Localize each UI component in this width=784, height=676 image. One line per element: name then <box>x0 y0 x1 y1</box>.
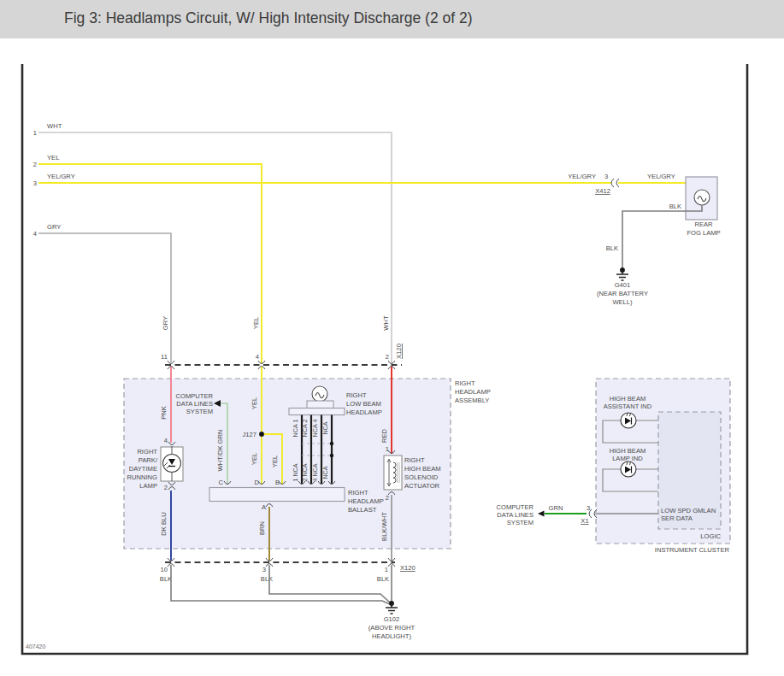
running-lamp-name-1: RIGHT <box>137 448 157 456</box>
wht-wire-label: WHT <box>47 122 62 130</box>
yelgry-wire-num: 3 <box>33 179 37 187</box>
pin-10: 10 <box>161 566 168 573</box>
actuator-pin-2: 2 <box>386 494 389 502</box>
splice-dot-icon <box>330 442 333 445</box>
wiring-diagram-page: Fig 3: Headlamps Circuit, W/ High Intens… <box>0 0 784 676</box>
fog-lamp-ground-wire <box>622 211 686 267</box>
ind2-name-1: HIGH BEAM <box>610 447 646 455</box>
x412-connector-icon <box>611 179 619 187</box>
x120-top-name: X120 <box>395 344 403 359</box>
instrument-cluster: INSTRUMENT CLUSTER LOGIC HIGH BEAM ASSIS… <box>497 379 730 554</box>
yel-wire-num: 2 <box>33 161 37 168</box>
ballast-box <box>209 488 345 502</box>
ground-symbol-icon <box>386 603 398 614</box>
wht-wire-line <box>38 132 392 363</box>
x120-bottom-name: X120 <box>400 564 416 572</box>
blk-label-right: BLK <box>377 575 389 583</box>
gry-vert-label: GRY <box>162 316 169 330</box>
low-beam-name-2: LOW BEAM <box>346 400 381 408</box>
ground-g401: G401 (NEAR BATTERY WELL) <box>597 267 648 306</box>
yel-vert-label: YEL <box>252 317 260 329</box>
blk-label-2: BLK <box>606 244 618 252</box>
blk-wire-mid <box>269 565 390 603</box>
pin-11: 11 <box>161 353 168 361</box>
g401-loc-2: WELL) <box>612 298 633 306</box>
bulb-icon <box>312 386 327 402</box>
running-lamp-name-3: DAYTIME <box>129 465 157 473</box>
dkblu-label: DK BLU <box>160 512 168 535</box>
gry-wire-num: 4 <box>33 230 37 238</box>
actuator-pin-1: 1 <box>386 445 389 453</box>
nca-bot-2: 2 NCA <box>301 463 309 481</box>
g102-loc-1: (ABOVE RIGHT <box>368 624 416 632</box>
blk-label-1: BLK <box>669 203 681 210</box>
blk-wire-left <box>171 565 390 604</box>
feed-wire-yel: YEL 2 <box>33 154 262 363</box>
assembly-name-1: RIGHT <box>455 379 475 387</box>
running-lamp-name-5: LAMP <box>139 482 157 490</box>
pin-4: 4 <box>256 353 259 361</box>
logic-label: LOGIC <box>700 532 721 540</box>
g401-loc-1: (NEAR BATTERY <box>597 290 648 297</box>
cdl-1: COMPUTER <box>176 392 214 400</box>
running-lamp-name-4: RUNNING <box>127 473 158 481</box>
connector-x412: YEL/GRY 3 X412 YEL/GRY <box>568 173 675 195</box>
wht-vert-label: WHT <box>382 315 390 331</box>
actuator-name-3: SOLENOID <box>404 473 439 481</box>
lamp-pin-2: 2 <box>164 484 168 491</box>
ind1-name-2: ASSISTANT IND <box>604 403 652 410</box>
nca-bot-3: 4 NCA <box>311 463 319 481</box>
grn-label: GRN <box>549 504 563 512</box>
cluster-name: INSTRUMENT CLUSTER <box>655 546 730 554</box>
g102-loc-2: HEADLIGHT) <box>372 632 411 640</box>
blk-label-mid: BLK <box>261 575 273 583</box>
low-beam-name-3: HEADLAMP <box>346 409 382 416</box>
yel-wire-line <box>38 164 262 363</box>
cdl2-1: COMPUTER <box>497 503 534 511</box>
x1-name: X1 <box>581 517 588 525</box>
cdl2-2: DATA LINES <box>497 511 533 519</box>
blkwht-label: BLK/WHT <box>380 512 388 541</box>
g401-name: G401 <box>615 281 631 289</box>
connector-x120-bottom: 10 3 1 X120 BLK BLK BLK <box>160 558 416 604</box>
gmlan-2: SER DATA <box>661 514 693 522</box>
fog-lamp-name-2: FOG LAMP <box>687 229 720 237</box>
actuator-name-4: ACTUATOR <box>404 482 440 490</box>
pnk-label: PNK <box>160 406 168 420</box>
cdl-2: DATA LINES <box>176 400 213 408</box>
ground-symbol-icon <box>616 270 628 280</box>
ballast-name-3: BALLAST <box>348 506 377 514</box>
fog-lamp-name-1: REAR <box>694 220 713 228</box>
feed-wire-gry: GRY 4 <box>33 223 171 362</box>
yel-label-lower: YEL <box>251 453 258 465</box>
nca-top-2: NCA 2 <box>301 420 309 438</box>
wht-wire-num: 1 <box>33 129 37 137</box>
gmlan-1: LOW SPD GMLAN <box>661 507 716 514</box>
nca-bot-4: NCA <box>321 466 329 479</box>
assembly-name-3: ASSEMBLY <box>455 397 489 404</box>
arrow-left-icon <box>538 511 545 517</box>
headlamp-connector-bar <box>289 409 345 415</box>
ind1-name-1: HIGH BEAM <box>610 395 646 403</box>
bulb-icon <box>694 190 710 205</box>
low-beam-name-1: RIGHT <box>346 391 367 399</box>
nca-top-4: NCA <box>321 421 329 434</box>
pin-b: B <box>275 479 280 486</box>
splice-dot-icon <box>259 432 264 437</box>
ground-g102: G102 (ABOVE RIGHT HEADLIGHT) <box>368 601 416 640</box>
actuator-name-1: RIGHT <box>404 456 425 464</box>
x412-wire-label-right: YEL/GRY <box>647 173 675 180</box>
pin-1: 1 <box>385 566 388 573</box>
pin-3: 3 <box>262 566 266 573</box>
x412-pin: 3 <box>604 173 608 180</box>
lamp-pin-4: 4 <box>164 437 168 444</box>
diagram-canvas: 407420 WHT 1 YEL 2 YEL/GRY 3 GRY 4 YEL/G… <box>0 0 784 676</box>
nca-top-1: NCA 1 <box>292 420 299 438</box>
nca-top-3: NCA 4 <box>311 420 319 438</box>
gry-wire-line <box>38 233 171 362</box>
running-lamp-name-2: PARK/ <box>139 456 158 464</box>
yel-label-branch: YEL <box>271 456 279 467</box>
nca-bot-1: 1 NCA <box>292 463 299 481</box>
yelgry-wire-label: YEL/GRY <box>47 173 75 180</box>
yel-label-upper: YEL <box>251 397 258 409</box>
